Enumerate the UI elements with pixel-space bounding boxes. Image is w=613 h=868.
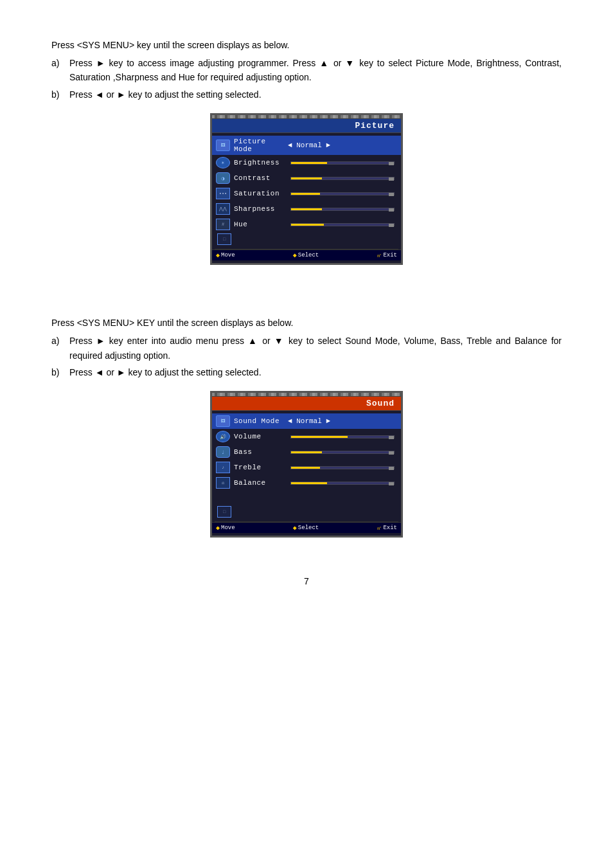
saturation-fill [291, 193, 320, 195]
section2-item-a: a) Press ► key enter into audio menu pre… [51, 334, 562, 363]
icon-balance: ⚖ [215, 477, 231, 489]
table-row: ▪▪▪ Saturation [212, 186, 401, 201]
table-row: ☀ Brightness [212, 155, 401, 170]
sound-screen-wrapper: Sound 🖼 Sound Mode ◄ Normal ► 🔊 [51, 391, 562, 538]
sharpness-end [389, 208, 394, 212]
sound-bottom-move: ◆ Move [216, 524, 235, 532]
picture-menu-area: 🖼 Picture Mode ◄ Normal ► ☀ Brightness [212, 133, 401, 249]
page-number: 7 [51, 576, 562, 586]
icon-saturation: ▪▪▪ [215, 188, 231, 199]
balance-end [389, 482, 394, 485]
item-a-text: Press ► key to access image adjusting pr… [69, 56, 562, 85]
brightness-end [389, 162, 394, 165]
row-value-saturation [288, 192, 397, 195]
section-picture: Press <SYS MENU> key until the screen di… [51, 39, 562, 265]
row-label-volume: Volume [234, 433, 285, 440]
sound-bottom-select: ◆ Select [293, 524, 319, 532]
row-value-sharpness [288, 208, 397, 211]
treble-end [389, 467, 394, 470]
section-gap-1 [51, 291, 562, 316]
sound-title-bar: Sound [212, 397, 401, 411]
icon-sound-mode: 🖼 [215, 415, 231, 427]
icon-picture-mode: 🖼 [215, 140, 231, 151]
sound-mode-value: ◄ Normal ► [288, 417, 330, 425]
bottom-select: ◆ Select [293, 251, 319, 259]
icon-bass: ♩ [215, 446, 231, 458]
item-b-text-s2: Press ◄ or ► key to adjust the setting s… [69, 365, 562, 379]
row-label-bass: Bass [234, 448, 285, 456]
section1-intro: Press <SYS MENU> key until the screen di… [51, 39, 562, 52]
treble-fill [291, 467, 320, 469]
row-label-sharpness: Sharpness [234, 205, 285, 213]
icon-empty2 [216, 492, 233, 503]
picture-title: Picture [355, 121, 395, 131]
table-row: 🔊 Volume [212, 429, 401, 444]
row-label-contrast: Contrast [234, 174, 285, 182]
bass-end [389, 451, 394, 455]
volume-slider [290, 435, 395, 439]
table-row: ♩ Bass [212, 444, 401, 460]
item-b-label-s2: b) [51, 365, 69, 379]
row-label-balance: Balance [234, 479, 285, 487]
table-row: 🖼 Sound Mode ◄ Normal ► [212, 413, 401, 429]
brightness-fill [291, 162, 327, 164]
table-row: ♪ Treble [212, 460, 401, 475]
row-value-treble [288, 466, 397, 469]
row-label-treble: Treble [234, 464, 285, 471]
picture-title-bar: Picture [212, 119, 401, 133]
section2-item-b: b) Press ◄ or ► key to adjust the settin… [51, 365, 562, 379]
row-value-contrast [288, 177, 397, 180]
bottom-exit: ㎡ Exit [377, 252, 397, 259]
contrast-end [389, 177, 394, 181]
sound-title: Sound [366, 399, 395, 408]
picture-bottom-bar: ◆ Move ◆ Select ㎡ Exit [212, 249, 401, 260]
icon-sharpness: ⋀⋀ [215, 203, 231, 215]
contrast-slider [290, 177, 395, 180]
row-value-balance [288, 482, 397, 485]
contrast-fill [291, 177, 322, 179]
brightness-slider [290, 161, 395, 165]
row-value-bass [288, 451, 397, 454]
item-b-text: Press ◄ or ► key to adjust the setting s… [69, 87, 562, 102]
hue-fill [291, 224, 324, 226]
sharpness-slider [290, 208, 395, 211]
icon-empty3: □ [216, 506, 233, 518]
balance-fill [291, 482, 327, 484]
icon-brightness: ☀ [215, 157, 231, 168]
row-label-picture-mode: Picture Mode [234, 138, 285, 153]
section1-item-a: a) Press ► key to access image adjusting… [51, 56, 562, 85]
row-value-volume [288, 435, 397, 439]
table-row: ◑ Contrast [212, 170, 401, 186]
icon-contrast: ◑ [215, 172, 231, 184]
picture-mode-value: ◄ Normal ► [288, 141, 330, 149]
icon-volume: 🔊 [215, 431, 231, 442]
sound-screen: Sound 🖼 Sound Mode ◄ Normal ► 🔊 [210, 391, 403, 538]
bass-fill [291, 451, 322, 453]
item-b-label: b) [51, 87, 69, 102]
saturation-end [389, 193, 394, 196]
icon-treble: ♪ [215, 462, 231, 473]
row-value-picture-mode: ◄ Normal ► [288, 141, 397, 149]
volume-fill [291, 436, 348, 438]
item-a-label: a) [51, 56, 69, 85]
sound-menu-area: 🖼 Sound Mode ◄ Normal ► 🔊 Volume [212, 411, 401, 521]
balance-slider [290, 482, 395, 485]
table-row: 🖼 Picture Mode ◄ Normal ► [212, 136, 401, 155]
hue-end [389, 224, 394, 227]
row-label-hue: Hue [234, 221, 285, 228]
section-sound: Press <SYS MENU> KEY until the screen di… [51, 316, 562, 538]
row-value-sound-mode: ◄ Normal ► [288, 417, 397, 425]
bottom-move: ◆ Move [216, 251, 235, 259]
table-row: □ [212, 232, 401, 246]
icon-empty: □ [216, 233, 233, 245]
hue-slider [290, 223, 395, 226]
row-label-brightness: Brightness [234, 159, 285, 167]
row-label-saturation: Saturation [234, 190, 285, 197]
treble-slider [290, 466, 395, 469]
sharpness-fill [291, 208, 322, 210]
table-row [212, 491, 401, 505]
picture-screen: Picture 🖼 Picture Mode ◄ Normal ► ☀ [210, 113, 403, 265]
section1-item-b: b) Press ◄ or ► key to adjust the settin… [51, 87, 562, 102]
table-row: □ [212, 505, 401, 519]
item-a-label-s2: a) [51, 334, 69, 363]
